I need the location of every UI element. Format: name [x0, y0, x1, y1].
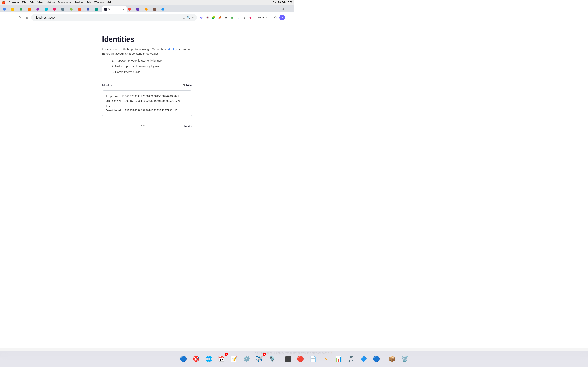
tab-10[interactable]: [77, 6, 85, 12]
url-text[interactable]: localhost:3000: [36, 16, 181, 19]
menubar-time: Sun 18 Feb 17:52: [273, 1, 292, 4]
ext-shield[interactable]: 🛡: [235, 15, 241, 20]
commitment-text: Commitment: 1353306126496301424252312378…: [105, 108, 189, 113]
tab-8[interactable]: [60, 6, 68, 12]
wallet-address: 0x5fc8...5707: [257, 16, 272, 19]
ext-snapchat[interactable]: 👻: [205, 15, 210, 20]
pagination-divider: [102, 121, 192, 121]
identity-box: Trapdoor: 116607709147221384762015698244…: [102, 90, 192, 117]
tab-14[interactable]: [127, 6, 135, 12]
nullifier-text: Nullifier: 19014681796110524371540130808…: [105, 99, 189, 108]
security-icon: ℹ: [34, 16, 35, 19]
tab-close[interactable]: ✕: [122, 8, 125, 11]
profile-button[interactable]: S: [279, 15, 285, 20]
toolbar: ← → ↻ ⌂ ℹ localhost:3000 ⊙ 🔍 ☆ ❖ 👻 🧩 🦊 ◉…: [0, 12, 294, 23]
search-icon: 🔍: [187, 16, 190, 19]
tab-9[interactable]: [69, 6, 77, 12]
menubar-tab[interactable]: Tab: [86, 1, 91, 4]
tabbar: S... ✕ + ⌄: [0, 5, 294, 12]
next-label: Next: [184, 125, 190, 128]
menubar-bookmarks[interactable]: Bookmarks: [58, 1, 71, 4]
tab-1[interactable]: [2, 6, 10, 12]
tab-11[interactable]: [85, 6, 94, 12]
apple-menu[interactable]: 🍎: [2, 1, 6, 4]
list-item-2: 2. Nullifier: private, known only by use…: [112, 63, 192, 69]
tabs-container: S... ✕: [2, 6, 280, 12]
tab-18[interactable]: [160, 6, 168, 12]
pagination: 1/3 Next ›: [102, 125, 192, 128]
menubar-profiles[interactable]: Profiles: [75, 1, 83, 4]
ext-dark[interactable]: ◉: [223, 15, 229, 20]
list-item-3: 3. Commitment: public: [112, 69, 192, 75]
menubar-history[interactable]: History: [46, 1, 54, 4]
ext-violet[interactable]: ❖: [199, 15, 204, 20]
github-icon[interactable]: ⬡: [273, 15, 278, 20]
wallet-section: 0x5fc8...5707 ⬡: [257, 15, 278, 20]
home-button[interactable]: ⌂: [24, 14, 30, 21]
tab-12[interactable]: [94, 6, 102, 12]
new-tab-button[interactable]: +: [281, 7, 286, 12]
pagination-section: 1/3 Next ›: [102, 121, 192, 128]
extensions: ❖ 👻 🧩 🦊 ◉ ▣ 🛡 S ◆: [199, 15, 253, 20]
tab-2[interactable]: [10, 6, 18, 12]
new-button-label: New: [186, 83, 192, 87]
tab-7[interactable]: [52, 6, 60, 12]
page-indicator: 1/3: [102, 125, 184, 128]
ext-puzzle[interactable]: 🧩: [211, 15, 217, 20]
menu-button[interactable]: ⋮: [286, 14, 292, 21]
ext-diamond[interactable]: ◆: [248, 15, 253, 20]
identity-list: 1. Trapdoor: private, known only by user…: [107, 58, 192, 75]
tab-active[interactable]: S... ✕: [102, 6, 127, 12]
chevron-right-icon: ›: [191, 125, 192, 128]
tab-15[interactable]: [135, 6, 143, 12]
tab-3[interactable]: [18, 6, 26, 12]
menubar-view[interactable]: View: [37, 1, 43, 4]
ext-fox[interactable]: 🦊: [217, 15, 223, 20]
page-description: Users interact with the protocol using a…: [102, 47, 192, 56]
identity-header: Identity ↻ New: [102, 83, 192, 87]
identity-link[interactable]: identity: [168, 48, 177, 51]
list-item-1: 1. Trapdoor: private, known only by user: [112, 58, 192, 63]
address-bar[interactable]: ℹ localhost:3000 ⊙ 🔍 ☆: [31, 14, 197, 21]
forward-button[interactable]: →: [9, 14, 16, 21]
tab-16[interactable]: [144, 6, 152, 12]
tab-scroll-right[interactable]: ⌄: [287, 7, 292, 12]
tab-17[interactable]: [152, 6, 160, 12]
section-divider-1: [102, 80, 192, 80]
tab-5[interactable]: [35, 6, 43, 12]
ext-s[interactable]: S: [242, 15, 247, 20]
main-container: Identities Users interact with the proto…: [102, 35, 192, 161]
menubar-edit[interactable]: Edit: [30, 1, 34, 4]
page-title: Identities: [102, 35, 192, 44]
menubar-chrome[interactable]: Chrome: [9, 1, 19, 4]
new-identity-button[interactable]: ↻ New: [182, 83, 192, 87]
trapdoor-text: Trapdoor: 116607709147221384762015698244…: [105, 94, 189, 99]
menubar: 🍎 Chrome File Edit View History Bookmark…: [0, 0, 294, 5]
tab-4[interactable]: [27, 6, 35, 12]
bookmark-icon[interactable]: ☆: [192, 16, 195, 19]
ext-green[interactable]: ▣: [229, 15, 235, 20]
menubar-file[interactable]: File: [22, 1, 26, 4]
refresh-icon: ↻: [182, 83, 185, 87]
capture-icon: ⊙: [183, 16, 185, 19]
next-button[interactable]: Next ›: [184, 125, 192, 128]
description-text-1: Users interact with the protocol using a…: [102, 48, 168, 51]
menubar-help[interactable]: Help: [107, 1, 112, 4]
page-content: Identities Users interact with the proto…: [0, 23, 294, 165]
tab-6[interactable]: [43, 6, 52, 12]
back-button[interactable]: ←: [2, 14, 8, 21]
menubar-window[interactable]: Window: [94, 1, 104, 4]
identity-section-label: Identity: [102, 83, 112, 87]
refresh-button[interactable]: ↻: [16, 14, 23, 21]
